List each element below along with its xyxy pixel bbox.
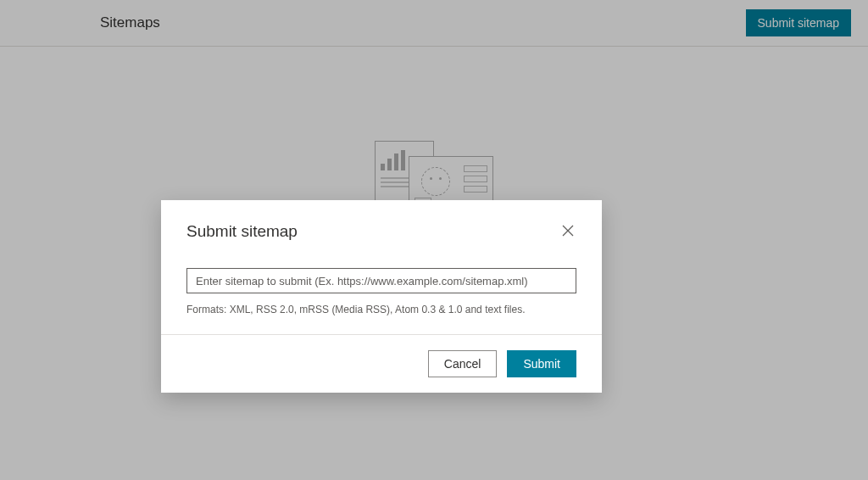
cancel-button[interactable]: Cancel xyxy=(428,350,498,377)
close-icon[interactable] xyxy=(561,224,576,239)
formats-hint: Formats: XML, RSS 2.0, mRSS (Media RSS),… xyxy=(186,304,576,315)
submit-button[interactable]: Submit xyxy=(507,350,576,377)
submit-sitemap-dialog: Submit sitemap Formats: XML, RSS 2.0, mR… xyxy=(161,200,602,393)
sitemap-url-input[interactable] xyxy=(186,268,576,293)
dialog-footer: Cancel Submit xyxy=(161,334,602,393)
dialog-title: Submit sitemap xyxy=(186,222,298,241)
